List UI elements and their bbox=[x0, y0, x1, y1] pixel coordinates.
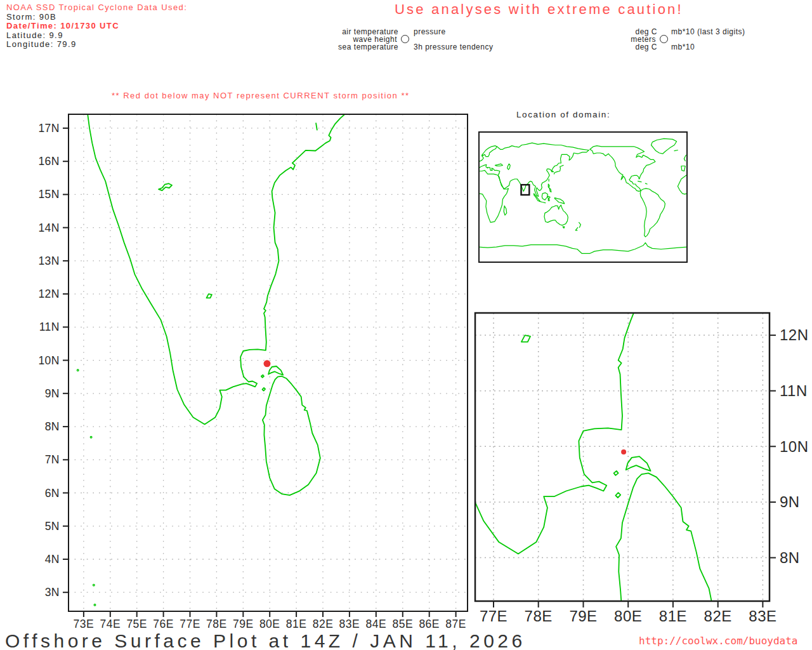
y-tick-label: 15N bbox=[38, 188, 60, 201]
coastline-segment bbox=[674, 150, 678, 151]
coastline-segment bbox=[316, 123, 317, 130]
coastline-segment bbox=[479, 146, 497, 162]
island-speck bbox=[93, 584, 95, 586]
coastline-segment bbox=[495, 164, 503, 166]
offshore-surface-plot-page: NOAA SSD Tropical Cyclone Data Used: Sto… bbox=[0, 0, 812, 650]
y-tick-label: 9N bbox=[45, 387, 60, 400]
coastline-segment bbox=[684, 155, 686, 161]
x-tick-label: 74E bbox=[100, 618, 121, 630]
y-tick-label: 10N bbox=[780, 438, 809, 455]
x-tick-label: 86E bbox=[419, 618, 440, 630]
y-tick-label: 10N bbox=[38, 354, 60, 367]
x-tick-label: 78E bbox=[525, 607, 553, 625]
y-tick-label: 13N bbox=[38, 255, 60, 267]
coastline-segment bbox=[88, 114, 344, 424]
coastline-segment bbox=[575, 227, 578, 230]
coastline-segment bbox=[579, 222, 581, 227]
coastline-segment bbox=[508, 164, 511, 169]
coastline-segment bbox=[207, 294, 212, 298]
x-tick-label: 84E bbox=[365, 618, 386, 630]
coastline-segment bbox=[548, 184, 551, 192]
map-frame bbox=[475, 313, 769, 601]
y-tick-label: 4N bbox=[45, 553, 60, 566]
source-url: http://coolwx.com/buoydata bbox=[639, 635, 797, 647]
x-tick-label: 76E bbox=[153, 618, 174, 630]
y-tick-label: 11N bbox=[39, 321, 60, 333]
coastline-segment bbox=[590, 146, 655, 192]
coastline-segment bbox=[563, 227, 565, 228]
x-tick-label: 82E bbox=[704, 607, 732, 625]
coastline-segment bbox=[615, 493, 620, 498]
coastlines bbox=[479, 138, 687, 253]
coastline-segment bbox=[263, 388, 266, 391]
x-tick-label: 73E bbox=[74, 618, 95, 630]
coastline-segment bbox=[614, 471, 619, 475]
storm-position-dot bbox=[264, 360, 271, 367]
coastline-segment bbox=[261, 375, 264, 378]
x-tick-label: 80E bbox=[259, 618, 280, 630]
coastline-segment bbox=[678, 175, 687, 194]
coastline-segment bbox=[547, 196, 550, 201]
x-tick-label: 83E bbox=[339, 618, 360, 630]
x-tick-label: 80E bbox=[614, 607, 642, 625]
y-tick-label: 12N bbox=[780, 326, 809, 343]
x-tick-label: 83E bbox=[749, 607, 776, 625]
coastline-segment bbox=[544, 205, 568, 225]
coastline-segment bbox=[441, 150, 463, 161]
axis-ticks bbox=[63, 128, 456, 617]
coastline-segment bbox=[626, 456, 651, 471]
x-tick-label: 81E bbox=[286, 618, 307, 630]
y-tick-label: 17N bbox=[38, 122, 60, 135]
coastline-segment bbox=[542, 193, 547, 200]
coastline-segment bbox=[554, 198, 564, 204]
y-tick-label: 7N bbox=[45, 453, 60, 466]
coastline-segment bbox=[540, 201, 546, 202]
x-tick-label: 78E bbox=[206, 618, 227, 630]
y-tick-label: 3N bbox=[45, 586, 60, 599]
y-tick-label: 11N bbox=[780, 382, 808, 399]
world-inset-map bbox=[479, 132, 687, 262]
coastline-segment bbox=[534, 194, 540, 202]
coastline-segment bbox=[159, 183, 172, 190]
coastline-segment bbox=[268, 366, 283, 375]
coastline-segment bbox=[554, 165, 563, 174]
map-canvas: 73E74E75E76E77E78E79E80E81E82E83E84E85E8… bbox=[0, 0, 812, 650]
island-speck bbox=[77, 369, 79, 371]
coastline-segment bbox=[521, 335, 530, 342]
plot-title: Offshore Surface Plot at 14Z / JAN 11, 2… bbox=[5, 630, 526, 650]
y-tick-label: 8N bbox=[780, 549, 800, 566]
x-tick-label: 79E bbox=[233, 618, 254, 630]
axis-labels: 77E78E79E80E81E82E83E12N11N10N9N8N bbox=[480, 326, 809, 625]
coastline-segment bbox=[638, 181, 641, 182]
coastline-segment bbox=[706, 49, 708, 60]
y-tick-label: 16N bbox=[38, 155, 60, 168]
island-speck bbox=[94, 604, 96, 606]
x-tick-label: 75E bbox=[126, 618, 147, 630]
island-speck bbox=[90, 437, 92, 439]
coastline-segment bbox=[504, 206, 507, 215]
x-tick-label: 85E bbox=[392, 618, 413, 630]
zoom-map: 77E78E79E80E81E82E83E12N11N10N9N8N bbox=[321, 34, 809, 650]
y-tick-label: 14N bbox=[38, 222, 60, 234]
coastline-segment bbox=[681, 166, 685, 171]
main-map: 73E74E75E76E77E78E79E80E81E82E83E84E85E8… bbox=[38, 114, 468, 630]
x-tick-label: 77E bbox=[480, 607, 508, 625]
coastline-segment bbox=[479, 242, 687, 253]
x-tick-label: 87E bbox=[445, 618, 466, 630]
axis-labels: 73E74E75E76E77E78E79E80E81E82E83E84E85E8… bbox=[38, 122, 466, 630]
coastline-segment bbox=[479, 150, 589, 197]
storm-position-dot bbox=[621, 449, 626, 454]
y-tick-label: 8N bbox=[45, 420, 60, 433]
x-tick-label: 79E bbox=[569, 607, 597, 625]
map-frame bbox=[479, 132, 687, 262]
coastline-segment bbox=[497, 143, 589, 150]
x-tick-label: 77E bbox=[180, 618, 200, 630]
coastline-segment bbox=[645, 183, 647, 184]
coastline-segment bbox=[640, 189, 665, 237]
y-tick-label: 9N bbox=[780, 493, 800, 510]
x-tick-label: 82E bbox=[313, 618, 334, 630]
axis-ticks bbox=[494, 335, 776, 607]
coastline-segment bbox=[263, 376, 320, 496]
coastline-segment bbox=[652, 138, 677, 154]
grid-lines bbox=[475, 313, 769, 601]
